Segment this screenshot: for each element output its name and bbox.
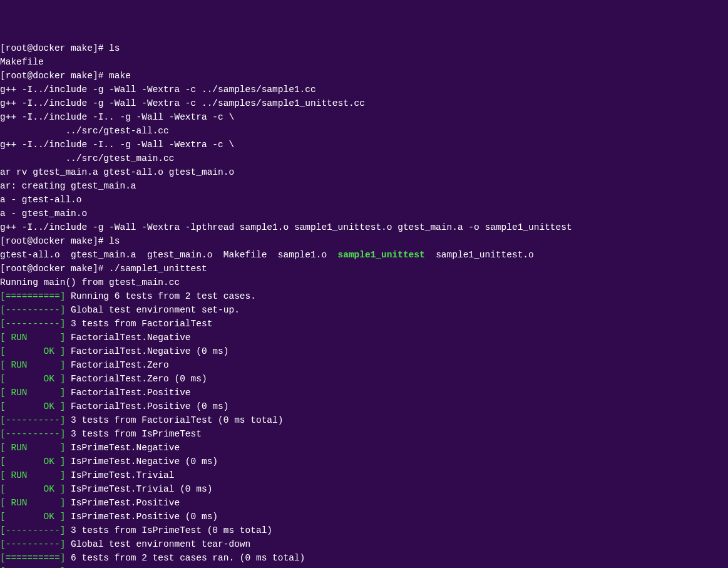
terminal-text: ar: creating gtest_main.a [0, 181, 136, 191]
terminal-line: [ OK ] FactorialTest.Negative (0 ms) [0, 344, 728, 358]
terminal-text: [ RUN ] [0, 360, 65, 370]
terminal-line: [root@docker make]# ./sample1_unittest [0, 262, 728, 276]
terminal-line: g++ -I../include -I.. -g -Wall -Wextra -… [0, 138, 728, 152]
terminal-line: [ OK ] IsPrimeTest.Trivial (0 ms) [0, 482, 728, 496]
terminal-line: [ OK ] IsPrimeTest.Positive (0 ms) [0, 510, 728, 524]
terminal-text: [----------] [0, 415, 65, 425]
terminal-text: sample1_unittest.o [425, 250, 534, 260]
terminal-text: [ RUN ] [0, 498, 65, 508]
terminal-text: FactorialTest.Zero (0 ms) [65, 374, 207, 384]
terminal-line: [ RUN ] IsPrimeTest.Positive [0, 496, 728, 510]
terminal-text: g++ -I../include -I.. -g -Wall -Wextra -… [0, 112, 234, 122]
terminal-line: [----------] 3 tests from FactorialTest [0, 317, 728, 331]
terminal-line: Makefile [0, 55, 728, 69]
terminal-text: FactorialTest.Zero [65, 360, 168, 370]
terminal-text: FactorialTest.Positive (0 ms) [65, 401, 228, 411]
terminal-text: [root@docker make]# ls [0, 236, 120, 246]
terminal-text: [----------] [0, 539, 65, 549]
terminal-text: [----------] [0, 305, 65, 315]
terminal-text: FactorialTest.Positive [65, 388, 190, 398]
terminal-text: [----------] [0, 429, 65, 439]
terminal-line: ar rv gtest_main.a gtest-all.o gtest_mai… [0, 165, 728, 179]
terminal-line: [ OK ] FactorialTest.Positive (0 ms) [0, 400, 728, 413]
terminal-text: 3 tests from FactorialTest (0 ms total) [65, 415, 283, 425]
terminal-text: [ OK ] [0, 512, 65, 522]
terminal-line: [==========] Running 6 tests from 2 test… [0, 289, 728, 303]
terminal-output[interactable]: [root@docker make]# lsMakefile[root@dock… [0, 41, 728, 568]
terminal-text: Makefile [0, 57, 44, 67]
terminal-text: g++ -I../include -g -Wall -Wextra -c ../… [0, 85, 316, 95]
terminal-text: ../src/gtest-all.cc [0, 126, 169, 136]
terminal-line: g++ -I../include -g -Wall -Wextra -c ../… [0, 83, 728, 96]
terminal-text: Running main() from gtest_main.cc [0, 277, 180, 287]
terminal-line: [ RUN ] IsPrimeTest.Negative [0, 441, 728, 455]
terminal-text: Running 6 tests from 2 test cases. [65, 291, 256, 301]
terminal-text: a - gtest_main.o [0, 209, 87, 219]
terminal-text: IsPrimeTest.Positive (0 ms) [65, 512, 218, 522]
terminal-line: [----------] 3 tests from IsPrimeTest [0, 427, 728, 441]
terminal-text: [ OK ] [0, 457, 65, 467]
terminal-text: gtest-all.o gtest_main.a gtest_main.o Ma… [0, 250, 338, 260]
terminal-line: a - gtest_main.o [0, 207, 728, 220]
terminal-line: gtest-all.o gtest_main.a gtest_main.o Ma… [0, 248, 728, 262]
terminal-text: 3 tests from IsPrimeTest (0 ms total) [65, 525, 272, 535]
terminal-text: 6 tests from 2 test cases ran. (0 ms tot… [65, 553, 305, 563]
terminal-text: g++ -I../include -I.. -g -Wall -Wextra -… [0, 140, 234, 150]
terminal-text: [ RUN ] [0, 443, 65, 453]
terminal-line: [ PASSED ] 6 tests. [0, 565, 728, 568]
terminal-line: g++ -I../include -g -Wall -Wextra -c ../… [0, 96, 728, 110]
terminal-line: [----------] Global test environment set… [0, 303, 728, 317]
terminal-text: [----------] [0, 319, 65, 329]
terminal-line: [ RUN ] FactorialTest.Negative [0, 331, 728, 344]
terminal-text: g++ -I../include -g -Wall -Wextra -lpthr… [0, 222, 572, 232]
terminal-text: IsPrimeTest.Negative [65, 443, 180, 453]
terminal-line: [==========] 6 tests from 2 test cases r… [0, 551, 728, 565]
terminal-line: [----------] 3 tests from FactorialTest … [0, 413, 728, 427]
terminal-text: [ RUN ] [0, 388, 65, 398]
terminal-line: [----------] Global test environment tea… [0, 537, 728, 551]
terminal-line: [root@docker make]# make [0, 69, 728, 83]
terminal-text: ../src/gtest_main.cc [0, 153, 174, 163]
terminal-text: [root@docker make]# ./sample1_unittest [0, 264, 207, 274]
terminal-text: IsPrimeTest.Negative (0 ms) [65, 457, 218, 467]
terminal-text: FactorialTest.Negative [65, 333, 190, 343]
terminal-text: [==========] [0, 291, 65, 301]
terminal-line: [ RUN ] FactorialTest.Zero [0, 358, 728, 372]
terminal-line: ../src/gtest_main.cc [0, 152, 728, 165]
terminal-text: [ OK ] [0, 401, 65, 411]
terminal-line: a - gtest-all.o [0, 193, 728, 207]
terminal-text: [ OK ] [0, 346, 65, 356]
terminal-text: sample1_unittest [338, 250, 425, 260]
terminal-line: ../src/gtest-all.cc [0, 124, 728, 138]
terminal-text: [ OK ] [0, 484, 65, 494]
terminal-line: [ RUN ] IsPrimeTest.Trivial [0, 468, 728, 482]
terminal-text: a - gtest-all.o [0, 195, 82, 205]
terminal-text: IsPrimeTest.Positive [65, 498, 180, 508]
terminal-text: [----------] [0, 525, 65, 535]
terminal-text: [==========] [0, 553, 65, 563]
terminal-line: ar: creating gtest_main.a [0, 179, 728, 193]
terminal-text: [ OK ] [0, 374, 65, 384]
terminal-text: ar rv gtest_main.a gtest-all.o gtest_mai… [0, 167, 234, 177]
terminal-line: g++ -I../include -I.. -g -Wall -Wextra -… [0, 110, 728, 124]
terminal-text: [ RUN ] [0, 333, 65, 343]
terminal-text: [root@docker make]# make [0, 71, 131, 81]
terminal-text: [ RUN ] [0, 470, 65, 480]
terminal-line: [----------] 3 tests from IsPrimeTest (0… [0, 524, 728, 537]
terminal-line: [root@docker make]# ls [0, 234, 728, 248]
terminal-text: Global test environment set-up. [65, 305, 239, 315]
terminal-line: [ RUN ] FactorialTest.Positive [0, 386, 728, 400]
terminal-line: g++ -I../include -g -Wall -Wextra -lpthr… [0, 220, 728, 234]
terminal-text: [root@docker make]# ls [0, 43, 120, 53]
terminal-line: [root@docker make]# ls [0, 41, 728, 55]
terminal-text: FactorialTest.Negative (0 ms) [65, 346, 228, 356]
terminal-text: 3 tests from IsPrimeTest [65, 429, 202, 439]
terminal-line: [ OK ] IsPrimeTest.Negative (0 ms) [0, 455, 728, 468]
terminal-text: g++ -I../include -g -Wall -Wextra -c ../… [0, 98, 365, 108]
terminal-text: Global test environment tear-down [65, 539, 250, 549]
terminal-text: 3 tests from FactorialTest [65, 319, 212, 329]
terminal-line: [ OK ] FactorialTest.Zero (0 ms) [0, 372, 728, 386]
terminal-line: Running main() from gtest_main.cc [0, 276, 728, 289]
terminal-text: IsPrimeTest.Trivial (0 ms) [65, 484, 212, 494]
terminal-text: IsPrimeTest.Trivial [65, 470, 174, 480]
